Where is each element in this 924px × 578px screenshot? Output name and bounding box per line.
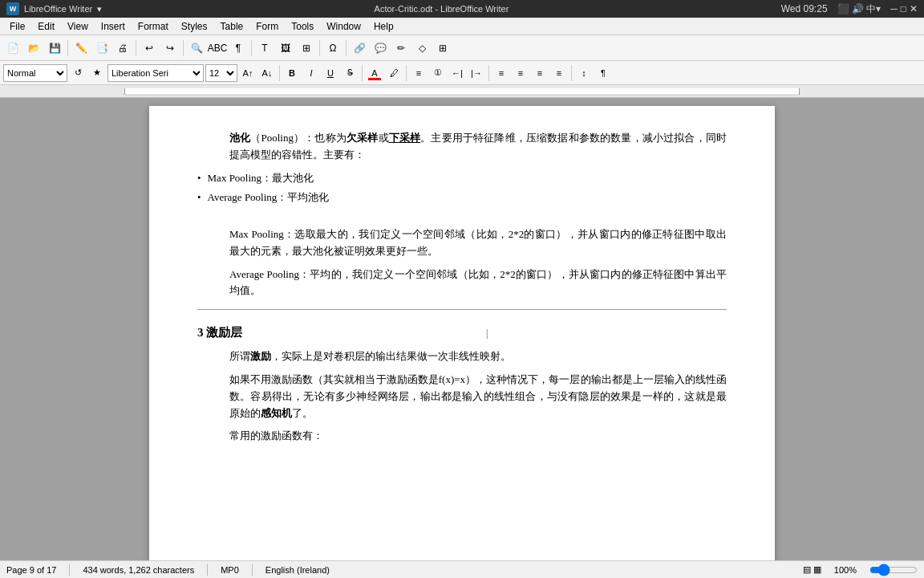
paragraph-spacing-btn[interactable]: ¶ bbox=[594, 64, 612, 82]
sep6 bbox=[346, 40, 346, 56]
bullet-avgpooling-text: Average Pooling：平均池化 bbox=[208, 189, 330, 206]
section3-title: 3 激励层 | bbox=[197, 323, 727, 342]
document-page[interactable]: 池化（Pooling）：也称为欠采样或下采样。主要用于特征降维，压缩数据和参数的… bbox=[149, 106, 775, 560]
find-btn[interactable]: 🔍 bbox=[187, 39, 206, 58]
activation-text2b: 感知机 bbox=[261, 407, 292, 419]
activation-para3: 常用的激励函数有： bbox=[197, 428, 727, 445]
pooling-text-bold3: 下采样 bbox=[389, 132, 421, 144]
open-btn[interactable]: 📂 bbox=[24, 39, 43, 58]
underline-btn[interactable]: U bbox=[322, 64, 339, 82]
bold-btn[interactable]: B bbox=[283, 64, 301, 82]
draw-btn[interactable]: ✏ bbox=[391, 39, 411, 58]
menu-window[interactable]: Window bbox=[320, 19, 367, 34]
clock: Wed 09:25 bbox=[781, 3, 828, 14]
pooling-text-bold1: 池化 bbox=[229, 132, 250, 144]
ruler-line bbox=[124, 88, 800, 95]
font-name-select[interactable]: Liberation Seri bbox=[107, 64, 204, 82]
menu-styles[interactable]: Styles bbox=[175, 19, 214, 34]
more-btn[interactable]: ⊞ bbox=[433, 39, 452, 58]
font-color-btn[interactable]: A bbox=[366, 64, 383, 82]
cursor-marker: | bbox=[486, 328, 488, 339]
shapes-btn[interactable]: ◇ bbox=[412, 39, 432, 58]
minimize-btn[interactable]: ─ bbox=[890, 3, 898, 14]
avgpooling-desc-text: Average Pooling：平均的，我们定义一个空间邻域（比如，2*2的窗口… bbox=[229, 268, 727, 297]
align-justify-btn[interactable]: ≡ bbox=[550, 64, 568, 82]
macro-status: MP0 bbox=[221, 565, 239, 575]
activation-text3: 常用的激励函数有： bbox=[229, 429, 323, 442]
italic-btn[interactable]: I bbox=[302, 64, 320, 82]
text-box-btn[interactable]: T bbox=[255, 39, 274, 58]
align-left-btn[interactable]: ≡ bbox=[492, 64, 510, 82]
maximize-btn[interactable]: □ bbox=[901, 3, 906, 14]
menu-table[interactable]: Table bbox=[214, 19, 250, 34]
menu-help[interactable]: Help bbox=[367, 19, 400, 34]
fmt-sep1 bbox=[279, 65, 280, 81]
language-status: English (Ireland) bbox=[265, 565, 330, 575]
comment-btn[interactable]: 💬 bbox=[371, 39, 390, 58]
page-count: Page 9 of 17 bbox=[6, 565, 56, 575]
menu-edit[interactable]: Edit bbox=[31, 19, 61, 34]
app-logo: W bbox=[6, 2, 19, 15]
hyperlink-btn[interactable]: 🔗 bbox=[350, 39, 369, 58]
activation-para2: 如果不用激励函数（其实就相当于激励函数是f(x)=x），这种情况下，每一层的输出… bbox=[197, 372, 727, 421]
align-right-btn[interactable]: ≡ bbox=[531, 64, 549, 82]
table-btn[interactable]: ⊞ bbox=[297, 39, 316, 58]
export-pdf-btn[interactable]: 📑 bbox=[92, 39, 111, 58]
activation-text1a: 所谓 bbox=[229, 350, 250, 362]
menu-form[interactable]: Form bbox=[249, 19, 285, 34]
decrease-indent-btn[interactable]: ←| bbox=[448, 64, 466, 82]
paragraph-style-select[interactable]: Normal bbox=[3, 64, 67, 82]
pooling-paragraph: 池化（Pooling）：也称为欠采样或下采样。主要用于特征降维，压缩数据和参数的… bbox=[197, 130, 727, 164]
font-shrink-btn[interactable]: A↓ bbox=[258, 64, 276, 82]
image-btn[interactable]: 🖼 bbox=[276, 39, 295, 58]
titlebar-left: W LibreOffice Writer ▾ bbox=[6, 2, 102, 15]
list-ordered-btn[interactable]: ① bbox=[429, 64, 447, 82]
layout-btns[interactable]: ▤ ▦ bbox=[803, 564, 821, 575]
font-size-select[interactable]: 12 bbox=[205, 64, 237, 82]
menu-tools[interactable]: Tools bbox=[285, 19, 320, 34]
document-area: 池化（Pooling）：也称为欠采样或下采样。主要用于特征降维，压缩数据和参数的… bbox=[0, 98, 924, 560]
fmt-sep5 bbox=[571, 65, 572, 81]
menu-insert[interactable]: Insert bbox=[95, 19, 132, 34]
line-spacing-btn[interactable]: ↕ bbox=[575, 64, 593, 82]
menu-view[interactable]: View bbox=[61, 19, 95, 34]
maxpooling-desc-text: Max Pooling：选取最大的，我们定义一个空间邻域（比如，2*2的窗口），… bbox=[229, 228, 727, 257]
redo-btn[interactable]: ↪ bbox=[160, 39, 180, 58]
menu-file[interactable]: File bbox=[3, 19, 31, 34]
bullet-avgpooling: • Average Pooling：平均池化 bbox=[197, 189, 727, 206]
menubar: File Edit View Insert Format Styles Tabl… bbox=[0, 18, 924, 35]
highlight-btn[interactable]: 🖊 bbox=[385, 64, 403, 82]
spellcheck-btn[interactable]: ABC bbox=[208, 39, 227, 58]
align-center-btn[interactable]: ≡ bbox=[512, 64, 529, 82]
activation-text1b: 激励 bbox=[250, 350, 271, 362]
increase-indent-btn[interactable]: |→ bbox=[468, 64, 485, 82]
zoom-slider[interactable] bbox=[869, 564, 918, 576]
style-refresh-btn[interactable]: ↺ bbox=[69, 64, 87, 82]
list-unordered-btn[interactable]: ≡ bbox=[410, 64, 428, 82]
ruler bbox=[0, 85, 924, 98]
style-new-btn[interactable]: ★ bbox=[88, 64, 106, 82]
word-count: 434 words, 1,262 characters bbox=[83, 565, 194, 575]
main-toolbar: 📄 📂 💾 ✏️ 📑 🖨 ↩ ↪ 🔍 ABC ¶ T 🖼 ⊞ Ω 🔗 💬 ✏ ◇… bbox=[0, 35, 924, 61]
print-btn[interactable]: 🖨 bbox=[113, 39, 132, 58]
status-sep1 bbox=[69, 564, 70, 576]
fmt-sep2 bbox=[362, 65, 363, 81]
scroll-content[interactable]: 池化（Pooling）：也称为欠采样或下采样。主要用于特征降维，压缩数据和参数的… bbox=[0, 98, 924, 560]
save-btn[interactable]: 💾 bbox=[45, 39, 64, 58]
avgpooling-desc: Average Pooling：平均的，我们定义一个空间邻域（比如，2*2的窗口… bbox=[197, 267, 727, 300]
special-char-btn[interactable]: Ω bbox=[323, 39, 342, 58]
status-sep2 bbox=[207, 564, 208, 576]
new-btn[interactable]: 📄 bbox=[3, 39, 22, 58]
undo-btn[interactable]: ↩ bbox=[140, 39, 159, 58]
font-grow-btn[interactable]: A↑ bbox=[239, 64, 257, 82]
pooling-text-bold2: 欠采样 bbox=[346, 132, 379, 144]
menu-format[interactable]: Format bbox=[132, 19, 175, 34]
close-btn[interactable]: ✕ bbox=[910, 3, 918, 14]
strikethrough-btn[interactable]: S̶ bbox=[341, 64, 359, 82]
titlebar: W LibreOffice Writer ▾ Actor-Critic.odt … bbox=[0, 0, 924, 18]
sep3 bbox=[183, 40, 184, 56]
bullet-dot1: • bbox=[197, 170, 201, 187]
pilcrow-btn[interactable]: ¶ bbox=[229, 39, 248, 58]
edit-file-btn[interactable]: ✏️ bbox=[71, 39, 91, 58]
activation-para1: 所谓激励，实际上是对卷积层的输出结果做一次非线性映射。 bbox=[197, 348, 727, 365]
